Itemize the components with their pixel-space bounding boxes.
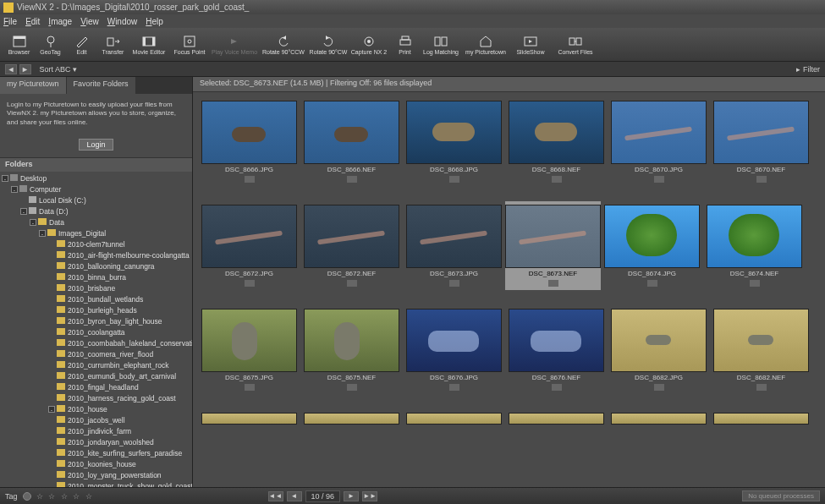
toolbar-rotate90cw[interactable]: Rotate 90°CW (308, 30, 349, 60)
thumbnail[interactable]: DSC_8672.JPG (201, 205, 297, 287)
tree-node[interactable]: 2010_burleigh_heads (2, 305, 190, 316)
thumbnail-meta-icon (756, 384, 767, 391)
tree-node[interactable]: 2010-clem7tunnel (2, 239, 190, 250)
pager-first[interactable]: ◄◄ (268, 491, 283, 501)
thumbnail-image (509, 101, 604, 164)
app-icon (3, 3, 14, 13)
thumbnail[interactable]: DSC_8676.JPG (406, 309, 502, 391)
toolbar-transfer[interactable]: Transfer (97, 30, 129, 60)
toolbar-focuspoint[interactable]: Focus Point (169, 30, 210, 60)
tree-node[interactable]: 2010_koonies_house (2, 459, 190, 470)
tree-node[interactable]: 2010_harness_racing_gold_coast (2, 393, 190, 404)
thumbnail[interactable]: DSC_8675.NEF (304, 309, 399, 391)
tab-favorite-folders[interactable]: Favorite Folders (67, 77, 136, 94)
pager-next[interactable]: ► (344, 491, 359, 501)
thumbnail[interactable]: DSC_8673.NEF (505, 201, 601, 290)
toolbar-print[interactable]: Print (389, 30, 421, 60)
thumbnail[interactable]: DSC_8670.JPG (611, 101, 707, 183)
tag-dot[interactable] (23, 492, 31, 501)
thumbnail[interactable]: DSC_8670.NEF (713, 101, 809, 183)
toolbar-movieeditor[interactable]: Movie Editor (129, 30, 169, 60)
rating-stars[interactable]: ☆ ☆ ☆ ☆ ☆ (36, 492, 94, 501)
thumbnail[interactable]: DSC_8666.NEF (304, 101, 399, 183)
pager-last[interactable]: ►► (362, 491, 377, 501)
thumbnail[interactable]: DSC_8682.JPG (611, 309, 707, 391)
tree-node[interactable]: 2010_jindivick_farm (2, 426, 190, 437)
toolbar-geotag[interactable]: GeoTag (35, 30, 66, 60)
thumbnail[interactable]: DSC_8666.JPG (201, 101, 297, 183)
thumbnail[interactable]: DSC_8672.NEF (304, 205, 399, 287)
thumbnail[interactable]: DSC_8673.JPG (406, 205, 502, 287)
tree-node[interactable]: 2010_bundall_wetlands (2, 294, 190, 305)
tree-node[interactable]: -Data (2, 217, 190, 228)
tree-node[interactable]: 2010_fingal_headland (2, 382, 190, 393)
menu-file[interactable]: File (3, 17, 17, 26)
thumbnail-partial[interactable] (713, 413, 809, 425)
toolbar-slideshow[interactable]: SlideShow (510, 30, 551, 60)
toolbar-edit[interactable]: Edit (66, 30, 97, 60)
thumbnail[interactable]: DSC_8668.JPG (406, 101, 502, 183)
tree-node[interactable]: -Data (D:) (2, 206, 190, 217)
thumbnail-filename: DSC_8676.NEF (532, 374, 580, 381)
sort-label[interactable]: Sort ABC (40, 65, 71, 74)
thumbnail[interactable]: DSC_8668.NEF (509, 101, 604, 183)
thumbnail[interactable]: DSC_8674.JPG (604, 205, 700, 287)
tree-node[interactable]: 2010_byron_bay_light_house (2, 316, 190, 327)
toolbar-logmatching[interactable]: Log Matching (421, 30, 461, 60)
toolbar-label: Capture NX 2 (351, 49, 387, 55)
thumbnail-partial[interactable] (611, 413, 707, 425)
toolbar-label: GeoTag (40, 49, 61, 55)
tree-node[interactable]: Local Disk (C:) (2, 195, 190, 206)
tree-node[interactable]: -Images_Digital (2, 228, 190, 239)
tree-node[interactable]: -Computer (2, 184, 190, 195)
tree-node[interactable]: 2010_coolangatta (2, 327, 190, 338)
chevron-right-icon[interactable]: ► (19, 64, 31, 74)
toolbar-playvoice[interactable]: Play Voice Memo (210, 30, 259, 60)
thumbnail-partial[interactable] (304, 413, 399, 425)
svg-rect-3 (107, 38, 113, 46)
pager-prev[interactable]: ◄ (287, 491, 302, 501)
tree-node[interactable]: 2010_loy_yang_powerstation (2, 470, 190, 481)
toolbar-convertfiles[interactable]: Convert Files (551, 30, 600, 60)
toolbar-mypicturetown[interactable]: my Picturetown (461, 30, 510, 60)
menu-help[interactable]: Help (146, 17, 163, 26)
thumbnail-meta-icon (750, 280, 760, 287)
tree-node[interactable]: 2010_coomera_river_flood (2, 349, 190, 360)
menu-image[interactable]: Image (48, 17, 72, 26)
tree-node[interactable]: 2010_brisbane (2, 283, 190, 294)
tree-node[interactable]: 2010_air-flight-melbourne-coolangatta (2, 250, 190, 261)
tree-node[interactable]: 2010_kite_surfing_surfers_paradise (2, 448, 190, 459)
toolbar-rotate90ccw[interactable]: Rotate 90°CCW (259, 30, 308, 60)
tree-node[interactable]: -Desktop (2, 173, 190, 184)
tree-node[interactable]: 2010_jondaryan_woolshed (2, 437, 190, 448)
tree-node[interactable]: 2010_monster_truck_show_gold_coast (2, 481, 190, 487)
tree-node[interactable]: 2010_eumundi_body_art_carnival (2, 371, 190, 382)
thumbnail-image (406, 205, 502, 268)
menubar: FileEditImageViewWindowHelp (0, 14, 825, 28)
filter-label[interactable]: ▸ Filter (796, 65, 820, 74)
tab-mypicturetown[interactable]: my Picturetown (0, 77, 67, 94)
chevron-left-icon[interactable]: ◄ (5, 64, 17, 74)
toolbar-browser[interactable]: Browser (3, 30, 35, 60)
thumbnail[interactable]: DSC_8682.NEF (713, 309, 809, 391)
menu-window[interactable]: Window (107, 17, 138, 26)
thumbnail-partial[interactable] (406, 413, 502, 425)
thumbnail[interactable]: DSC_8675.JPG (201, 309, 297, 391)
folder-tree[interactable]: -Desktop-ComputerLocal Disk (C:)-Data (D… (0, 172, 192, 487)
thumbnail-partial[interactable] (509, 413, 604, 425)
tree-node[interactable]: 2010_currumbin_elephant_rock (2, 360, 190, 371)
toolbar-capturenx[interactable]: Capture NX 2 (349, 30, 389, 60)
tree-node[interactable]: -2010_house (2, 404, 190, 415)
tree-node[interactable]: 2010_coombabah_lakeland_conservation_are… (2, 338, 190, 349)
menu-edit[interactable]: Edit (25, 17, 40, 26)
tree-node[interactable]: 2010_ballooning_canungra (2, 261, 190, 272)
login-button[interactable]: Login (79, 139, 113, 151)
thumbnail-partial[interactable] (201, 413, 297, 425)
thumbnail[interactable]: DSC_8676.NEF (509, 309, 604, 391)
focuspoint-icon (182, 35, 197, 48)
tree-node[interactable]: 2010_binna_burra (2, 272, 190, 283)
tree-node[interactable]: 2010_jacobs_well (2, 415, 190, 426)
thumbnail[interactable]: DSC_8674.NEF (707, 205, 802, 287)
menu-view[interactable]: View (80, 17, 99, 26)
thumbnail-grid[interactable]: DSC_8666.JPGDSC_8666.NEFDSC_8668.JPGDSC_… (193, 92, 825, 487)
